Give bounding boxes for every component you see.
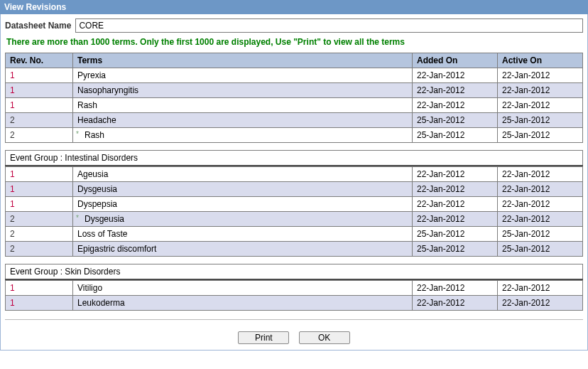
- star-icon: *: [76, 130, 79, 138]
- cell-rev: 2: [6, 212, 73, 227]
- cell-rev: 2: [6, 242, 73, 257]
- datasheet-name-label: Datasheet Name: [5, 21, 71, 31]
- cell-term: *Rash: [73, 128, 413, 143]
- cell-term: Rash: [73, 98, 413, 113]
- cell-added: 22-Jan-2012: [413, 83, 498, 98]
- cell-active: 22-Jan-2012: [498, 296, 583, 311]
- cell-active: 22-Jan-2012: [498, 167, 583, 182]
- cell-term: Dysgeusia: [73, 182, 413, 197]
- revisions-subtable: 1Vitiligo22-Jan-201222-Jan-20121Leukoder…: [5, 280, 583, 311]
- separator: [5, 319, 583, 320]
- cell-added: 22-Jan-2012: [413, 197, 498, 212]
- cell-term: Epigastric discomfort: [73, 242, 413, 257]
- col-active: Active On: [498, 53, 583, 68]
- cell-term-text: Dyspepsia: [77, 199, 117, 209]
- cell-added: 25-Jan-2012: [413, 227, 498, 242]
- col-added: Added On: [413, 53, 498, 68]
- table-row: 1Vitiligo22-Jan-201222-Jan-2012: [6, 281, 583, 296]
- table-row: 1Rash22-Jan-201222-Jan-2012: [6, 98, 583, 113]
- cell-term-text: Pyrexia: [77, 70, 106, 80]
- cell-term: Nasopharyngitis: [73, 83, 413, 98]
- table-row: 2*Dysgeusia22-Jan-201222-Jan-2012: [6, 212, 583, 227]
- cell-active: 22-Jan-2012: [498, 182, 583, 197]
- table-row: 2Headache25-Jan-201225-Jan-2012: [6, 113, 583, 128]
- cell-added: 22-Jan-2012: [413, 281, 498, 296]
- table-row: 1Leukoderma22-Jan-201222-Jan-2012: [6, 296, 583, 311]
- cell-active: 22-Jan-2012: [498, 68, 583, 83]
- revisions-table: Rev. No. Terms Added On Active On 1Pyrex…: [5, 53, 583, 143]
- star-icon: *: [76, 214, 79, 222]
- cell-term: Loss of Taste: [73, 227, 413, 242]
- cell-term: Vitiligo: [73, 281, 413, 296]
- dialog-body: Datasheet Name There are more than 1000 …: [0, 14, 588, 351]
- cell-term: Headache: [73, 113, 413, 128]
- cell-rev: 1: [6, 167, 73, 182]
- cell-term: Leukoderma: [73, 296, 413, 311]
- cell-term-text: Leukoderma: [77, 298, 125, 308]
- col-terms: Terms: [73, 53, 413, 68]
- cell-term-text: Dysgeusia: [85, 214, 124, 224]
- table-row: 2Loss of Taste25-Jan-201225-Jan-2012: [6, 227, 583, 242]
- group-header-label: Event Group : Skin Disorders: [6, 264, 583, 280]
- cell-added: 22-Jan-2012: [413, 68, 498, 83]
- cell-term: Pyrexia: [73, 68, 413, 83]
- cell-active: 25-Jan-2012: [498, 242, 583, 257]
- cell-added: 22-Jan-2012: [413, 98, 498, 113]
- table-row: 1Nasopharyngitis22-Jan-201222-Jan-2012: [6, 83, 583, 98]
- cell-rev: 1: [6, 98, 73, 113]
- cell-rev: 1: [6, 83, 73, 98]
- cell-term-text: Ageusia: [77, 169, 108, 179]
- table-row: 2Epigastric discomfort25-Jan-201225-Jan-…: [6, 242, 583, 257]
- cell-term: Dyspepsia: [73, 197, 413, 212]
- cell-active: 25-Jan-2012: [498, 227, 583, 242]
- group-header-label: Event Group : Intestinal Disorders: [6, 151, 583, 166]
- cell-rev: 2: [6, 227, 73, 242]
- dialog-footer: Print OK: [5, 327, 583, 350]
- cell-term-text: Epigastric discomfort: [77, 244, 156, 254]
- cell-active: 22-Jan-2012: [498, 83, 583, 98]
- cell-rev: 1: [6, 281, 73, 296]
- cell-rev: 2: [6, 128, 73, 143]
- cell-term-text: Headache: [77, 115, 116, 125]
- cell-rev: 1: [6, 182, 73, 197]
- cell-term-text: Nasopharyngitis: [77, 85, 138, 95]
- cell-added: 25-Jan-2012: [413, 113, 498, 128]
- cell-term-text: Dysgeusia: [77, 184, 117, 194]
- print-button[interactable]: Print: [238, 331, 289, 344]
- cell-rev: 1: [6, 197, 73, 212]
- cell-active: 22-Jan-2012: [498, 281, 583, 296]
- cell-active: 25-Jan-2012: [498, 113, 583, 128]
- datasheet-name-input[interactable]: [75, 18, 583, 33]
- cell-added: 25-Jan-2012: [413, 242, 498, 257]
- table-row: 1Dysgeusia22-Jan-201222-Jan-2012: [6, 182, 583, 197]
- cell-term: *Dysgeusia: [73, 212, 413, 227]
- cell-rev: 2: [6, 113, 73, 128]
- table-row: 1Ageusia22-Jan-201222-Jan-2012: [6, 167, 583, 182]
- cell-term-text: Rash: [85, 130, 104, 140]
- cell-active: 25-Jan-2012: [498, 128, 583, 143]
- cell-active: 22-Jan-2012: [498, 197, 583, 212]
- truncation-warning: There are more than 1000 terms. Only the…: [6, 37, 582, 47]
- group-header: Event Group : Skin Disorders: [5, 264, 583, 280]
- cell-term-text: Loss of Taste: [77, 229, 128, 239]
- cell-term-text: Vitiligo: [77, 283, 102, 293]
- cell-added: 22-Jan-2012: [413, 212, 498, 227]
- ok-button[interactable]: OK: [299, 331, 350, 344]
- cell-rev: 1: [6, 68, 73, 83]
- dialog-title: View Revisions: [0, 0, 588, 14]
- col-rev: Rev. No.: [6, 53, 73, 68]
- cell-added: 25-Jan-2012: [413, 128, 498, 143]
- cell-active: 22-Jan-2012: [498, 212, 583, 227]
- revisions-subtable: 1Ageusia22-Jan-201222-Jan-20121Dysgeusia…: [5, 166, 583, 257]
- table-row: 1Pyrexia22-Jan-201222-Jan-2012: [6, 68, 583, 83]
- group-header: Event Group : Intestinal Disorders: [5, 150, 583, 166]
- cell-rev: 1: [6, 296, 73, 311]
- cell-term-text: Rash: [77, 100, 97, 110]
- cell-term: Ageusia: [73, 167, 413, 182]
- cell-active: 22-Jan-2012: [498, 98, 583, 113]
- table-row: 2*Rash25-Jan-201225-Jan-2012: [6, 128, 583, 143]
- cell-added: 22-Jan-2012: [413, 296, 498, 311]
- table-row: 1Dyspepsia22-Jan-201222-Jan-2012: [6, 197, 583, 212]
- cell-added: 22-Jan-2012: [413, 167, 498, 182]
- cell-added: 22-Jan-2012: [413, 182, 498, 197]
